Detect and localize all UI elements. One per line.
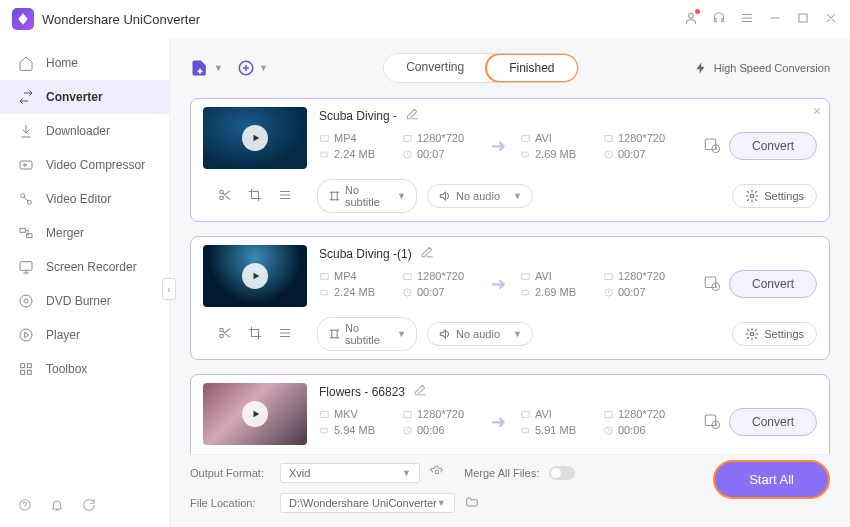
- output-settings-icon[interactable]: [703, 412, 721, 433]
- edit-title-icon[interactable]: [420, 245, 434, 262]
- subtitle-select[interactable]: No subtitle▼: [317, 317, 417, 351]
- file-title: Scuba Diving -: [319, 109, 397, 123]
- src-size: 5.94 MB: [334, 424, 375, 436]
- sidebar-item-compressor[interactable]: Video Compressor: [0, 148, 169, 182]
- video-thumbnail[interactable]: [203, 107, 307, 169]
- crop-icon[interactable]: [248, 188, 262, 205]
- src-format: MP4: [334, 132, 357, 144]
- effects-icon[interactable]: [278, 188, 292, 205]
- app-logo: [12, 8, 34, 30]
- sidebar-item-merger[interactable]: Merger: [0, 216, 169, 250]
- subtitle-select[interactable]: No subtitle▼: [317, 179, 417, 213]
- start-all-button[interactable]: Start All: [713, 460, 830, 499]
- sidebar-item-label: Screen Recorder: [46, 260, 137, 274]
- video-thumbnail[interactable]: [203, 383, 307, 445]
- svg-rect-12: [27, 364, 31, 368]
- dst-res: 1280*720: [618, 408, 665, 420]
- svg-rect-42: [522, 411, 529, 417]
- audio-select[interactable]: No audio▼: [427, 184, 533, 208]
- add-folder-button[interactable]: ▼: [237, 59, 268, 77]
- merge-toggle[interactable]: [549, 466, 575, 480]
- tab-converting[interactable]: Converting: [384, 54, 486, 82]
- src-format: MP4: [334, 270, 357, 282]
- bell-icon[interactable]: [50, 498, 64, 515]
- dst-format: AVI: [535, 132, 552, 144]
- convert-button[interactable]: Convert: [729, 270, 817, 298]
- convert-button[interactable]: Convert: [729, 132, 817, 160]
- video-thumbnail[interactable]: [203, 245, 307, 307]
- svg-rect-13: [21, 370, 25, 374]
- maximize-icon[interactable]: [796, 11, 810, 28]
- arrow-right-icon: ➜: [491, 273, 506, 295]
- collapse-sidebar-button[interactable]: ‹: [162, 278, 176, 300]
- sidebar-item-converter[interactable]: Converter: [0, 80, 169, 114]
- sidebar: Home Converter Downloader Video Compress…: [0, 38, 170, 527]
- play-icon: [242, 263, 268, 289]
- close-icon[interactable]: [824, 11, 838, 28]
- sidebar-item-dvdburner[interactable]: DVD Burner: [0, 284, 169, 318]
- dst-dur: 00:07: [618, 286, 646, 298]
- app-title: Wondershare UniConverter: [42, 12, 684, 27]
- file-location-select[interactable]: D:\Wondershare UniConverter▼: [280, 493, 455, 513]
- output-format-select[interactable]: Xvid▼: [280, 463, 420, 483]
- svg-point-8: [20, 295, 32, 307]
- sidebar-item-toolbox[interactable]: Toolbox: [0, 352, 169, 386]
- merge-label: Merge All Files:: [464, 467, 539, 479]
- sidebar-item-label: Merger: [46, 226, 84, 240]
- sidebar-item-label: Converter: [46, 90, 103, 104]
- edit-title-icon[interactable]: [413, 383, 427, 400]
- svg-rect-20: [522, 135, 529, 141]
- settings-button[interactable]: Settings: [732, 322, 817, 346]
- audio-select[interactable]: No audio▼: [427, 322, 533, 346]
- svg-rect-43: [605, 411, 612, 417]
- titlebar: Wondershare UniConverter: [0, 0, 850, 38]
- svg-point-0: [689, 13, 694, 18]
- edit-title-icon[interactable]: [405, 107, 419, 124]
- effects-icon[interactable]: [278, 326, 292, 343]
- file-title: Flowers - 66823: [319, 385, 405, 399]
- help-icon[interactable]: [18, 498, 32, 515]
- sidebar-item-player[interactable]: Player: [0, 318, 169, 352]
- crop-icon[interactable]: [248, 326, 262, 343]
- svg-rect-32: [605, 273, 612, 279]
- dst-dur: 00:07: [618, 148, 646, 160]
- trim-icon[interactable]: [218, 188, 232, 205]
- feedback-icon[interactable]: [82, 498, 96, 515]
- trim-icon[interactable]: [218, 326, 232, 343]
- sidebar-item-recorder[interactable]: Screen Recorder: [0, 250, 169, 284]
- high-speed-toggle[interactable]: High Speed Conversion: [694, 61, 830, 75]
- sidebar-item-home[interactable]: Home: [0, 46, 169, 80]
- menu-icon[interactable]: [740, 11, 754, 28]
- format-settings-icon[interactable]: [430, 465, 444, 482]
- svg-rect-14: [27, 370, 31, 374]
- file-title: Scuba Diving -(1): [319, 247, 412, 261]
- src-res: 1280*720: [417, 408, 464, 420]
- headset-icon[interactable]: [712, 11, 726, 28]
- settings-button[interactable]: Settings: [732, 184, 817, 208]
- file-card: Scuba Diving -(1) MP4 2.24 MB 1280*720 0…: [190, 236, 830, 360]
- src-dur: 00:07: [417, 148, 445, 160]
- output-settings-icon[interactable]: [703, 274, 721, 295]
- add-file-button[interactable]: ▼: [190, 58, 223, 78]
- svg-rect-18: [404, 135, 411, 141]
- convert-button[interactable]: Convert: [729, 408, 817, 436]
- svg-rect-21: [605, 135, 612, 141]
- sidebar-item-label: Video Compressor: [46, 158, 145, 172]
- svg-rect-17: [321, 135, 328, 141]
- file-list: × Scuba Diving - MP4 2.24 MB 1280*720 00…: [190, 98, 830, 454]
- play-icon: [242, 125, 268, 151]
- browse-folder-icon[interactable]: [465, 495, 479, 512]
- tab-finished[interactable]: Finished: [485, 53, 578, 83]
- svg-point-38: [751, 332, 755, 336]
- dst-dur: 00:06: [618, 424, 646, 436]
- minimize-icon[interactable]: [768, 11, 782, 28]
- remove-file-icon[interactable]: ×: [813, 103, 821, 119]
- sidebar-item-downloader[interactable]: Downloader: [0, 114, 169, 148]
- sidebar-item-editor[interactable]: Video Editor: [0, 182, 169, 216]
- sidebar-item-label: Player: [46, 328, 80, 342]
- user-icon[interactable]: [684, 11, 698, 28]
- src-format: MKV: [334, 408, 358, 420]
- svg-rect-31: [522, 273, 529, 279]
- svg-rect-1: [799, 13, 807, 21]
- output-settings-icon[interactable]: [703, 136, 721, 157]
